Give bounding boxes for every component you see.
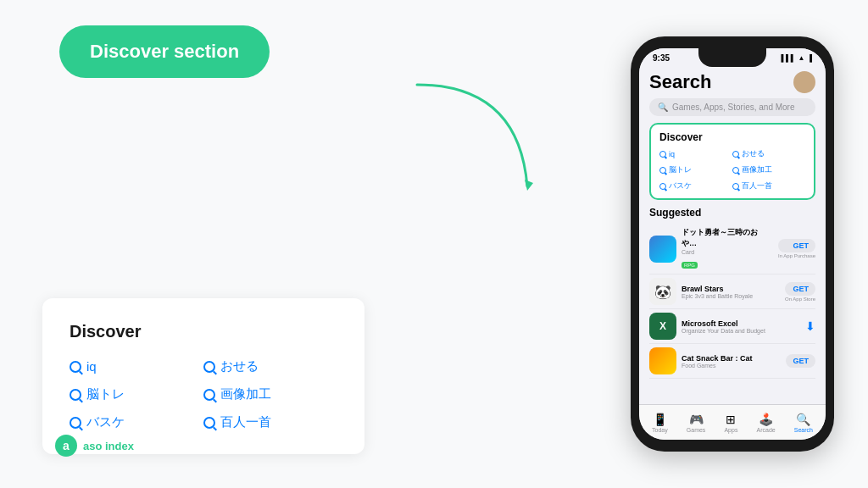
phone-discover-section: Discover iq おせる (649, 123, 815, 200)
app-info: Cat Snack Bar : Cat Food Games (682, 354, 781, 369)
app-list-item[interactable]: 🐼 Brawl Stars Epic 3v3 and Battle Royale… (649, 274, 815, 309)
discover-item-label: おせる (220, 358, 259, 374)
list-item[interactable]: おせる (203, 358, 337, 374)
signal-icon: ▌▌▌ (781, 54, 795, 62)
right-section: 9:35 ▌▌▌ ▲ ▐ Search (631, 36, 834, 452)
search-tab-icon: 🔍 (796, 413, 810, 426)
tab-games[interactable]: 🎮 Games (687, 413, 706, 433)
tab-label: Apps (724, 427, 737, 433)
search-icon (732, 167, 739, 174)
today-icon: 📱 (653, 413, 667, 426)
search-icon (203, 389, 215, 401)
tab-label: Games (687, 427, 706, 433)
apps-icon: ⊞ (726, 413, 736, 426)
phone-discover-item-label: 百人一首 (742, 180, 772, 191)
phone-mockup: 9:35 ▌▌▌ ▲ ▐ Search (631, 36, 834, 452)
app-name: Microsoft Excel (682, 319, 800, 328)
phone-discover-item-label: 脳トレ (669, 164, 692, 175)
list-item[interactable]: おせる (732, 148, 805, 159)
page: Discover section Discover iq おせる 脳トレ (0, 0, 868, 488)
app-sub: Organize Your Data and Budget (682, 328, 800, 334)
tab-today[interactable]: 📱 Today (652, 413, 668, 433)
app-icon-dot-warrior (649, 236, 676, 263)
action-sub: In App Purchase (778, 253, 815, 258)
app-name: ドット勇者～三時のおや… (682, 227, 773, 249)
get-button[interactable]: GET (778, 239, 815, 252)
search-header: Search (649, 64, 815, 98)
discover-card: Discover iq おせる 脳トレ 画像加工 (42, 298, 364, 454)
list-item[interactable]: バスケ (70, 414, 203, 430)
phone-discover-item-label: 画像加工 (742, 164, 772, 175)
svg-marker-0 (525, 180, 533, 191)
aso-logo: a aso index (54, 434, 134, 458)
list-item[interactable]: バスケ (659, 180, 732, 191)
app-icon-brawl-stars: 🐼 (649, 278, 676, 305)
search-icon (732, 151, 739, 158)
get-button[interactable]: GET (785, 282, 815, 296)
app-info: Brawl Stars Epic 3v3 and Battle Royale (682, 285, 780, 299)
app-info: ドット勇者～三時のおや… Card RPG (682, 227, 773, 270)
discover-grid: iq おせる 脳トレ 画像加工 バスケ (70, 358, 337, 430)
discover-item-label: 脳トレ (86, 386, 125, 402)
aso-logo-icon: a (54, 434, 78, 458)
get-button[interactable]: GET (786, 354, 815, 368)
wifi-icon: ▲ (798, 54, 804, 62)
search-icon (659, 151, 666, 158)
tab-arcade[interactable]: 🕹️ Arcade (756, 413, 775, 433)
phone-discover-title: Discover (659, 131, 805, 143)
list-item[interactable]: 画像加工 (732, 164, 805, 175)
list-item[interactable]: iq (70, 358, 203, 374)
discover-item-label: 百人一首 (220, 414, 271, 430)
tab-search[interactable]: 🔍 Search (794, 413, 813, 433)
arcade-icon: 🕹️ (759, 413, 773, 426)
cloud-download-icon[interactable]: ⬇ (805, 319, 815, 333)
phone-discover-item-label: バスケ (669, 180, 692, 191)
app-icon-cat-snack (649, 347, 676, 374)
search-icon (203, 417, 215, 429)
app-content: Search 🔍 Games, Apps, Stories, and More … (639, 64, 826, 379)
status-icons: ▌▌▌ ▲ ▐ (781, 54, 812, 62)
app-list-item[interactable]: Cat Snack Bar : Cat Food Games GET (649, 344, 815, 379)
battery-icon: ▐ (807, 54, 812, 62)
discover-badge: Discover section (59, 25, 270, 78)
discover-card-title: Discover (70, 322, 337, 341)
phone-discover-item-label: おせる (742, 148, 765, 159)
list-item[interactable]: 画像加工 (203, 386, 337, 402)
search-bar-icon: 🔍 (658, 103, 668, 112)
search-icon (659, 167, 666, 174)
games-icon: 🎮 (689, 413, 704, 426)
search-icon (70, 417, 81, 429)
tab-label: Today (652, 427, 668, 433)
action-sub: On App Store (785, 297, 815, 302)
discover-item-label: 画像加工 (220, 386, 271, 402)
search-icon (659, 183, 666, 190)
search-icon (203, 361, 215, 373)
app-list-item[interactable]: ドット勇者～三時のおや… Card RPG GET In App Purchas… (649, 224, 815, 274)
status-time: 9:35 (653, 53, 670, 63)
app-sub: Card (682, 249, 773, 255)
tab-apps[interactable]: ⊞ Apps (724, 413, 737, 433)
list-item[interactable]: 百人一首 (732, 180, 805, 191)
phone-discover-item-label: iq (669, 150, 675, 158)
list-item[interactable]: 脳トレ (70, 386, 203, 402)
search-bar[interactable]: 🔍 Games, Apps, Stories, and More (649, 98, 815, 116)
aso-logo-text: aso index (83, 440, 134, 452)
list-item[interactable]: 脳トレ (659, 164, 732, 175)
app-list-item[interactable]: X Microsoft Excel Organize Your Data and… (649, 309, 815, 344)
svg-text:a: a (63, 439, 70, 452)
phone-discover-grid: iq おせる 脳トレ (659, 148, 805, 191)
phone-notch (698, 48, 766, 67)
search-icon (732, 183, 739, 190)
discover-item-label: バスケ (86, 414, 125, 430)
list-item[interactable]: iq (659, 148, 732, 159)
phone-screen: 9:35 ▌▌▌ ▲ ▐ Search (639, 48, 826, 440)
search-title: Search (649, 71, 711, 93)
tab-bar: 📱 Today 🎮 Games ⊞ Apps 🕹️ Arcade (639, 404, 826, 440)
avatar[interactable] (793, 71, 815, 93)
discover-item-label: iq (86, 359, 97, 374)
search-icon (70, 361, 81, 373)
suggested-title: Suggested (649, 207, 815, 219)
app-tag: RPG (682, 262, 698, 269)
list-item[interactable]: 百人一首 (203, 414, 337, 430)
app-sub: Epic 3v3 and Battle Royale (682, 293, 780, 299)
